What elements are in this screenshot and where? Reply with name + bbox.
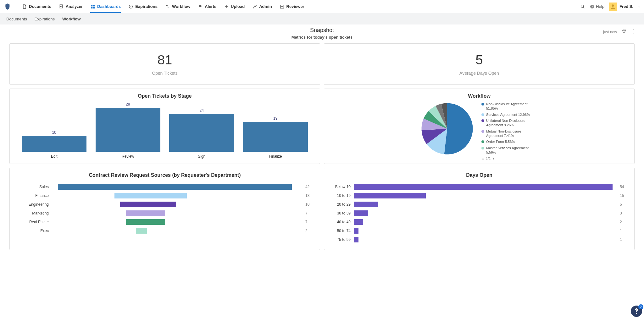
bar-label: Engineering [17, 202, 52, 207]
bar-value: 19 [273, 116, 277, 121]
chart-days-open: Days Open Below 105410 to 191520 to 2953… [324, 168, 635, 250]
bar-row: Real Estate7 [17, 218, 312, 226]
bar-label: 20 to 29 [332, 202, 354, 207]
legend-swatch [481, 113, 484, 116]
bar-value: 2 [305, 229, 312, 233]
legend-item: Mutual Non-Disclosure Agreement 7.41% [481, 129, 538, 138]
chart-title: Open Tickets by Stage [14, 93, 315, 99]
kpi-value: 81 [10, 52, 320, 68]
chart-workflow: Workflow Non-Disclosure Agreement 51.85%… [324, 89, 635, 164]
chart-open-tickets-by-stage: Open Tickets by Stage 10Edit28Review24Si… [9, 89, 320, 164]
nav-item-upload[interactable]: Upload [220, 0, 248, 13]
legend-item: Unilateral Non-Disclosure Agreement 9.26… [481, 119, 538, 127]
bar-value: 2 [620, 220, 627, 224]
svg-rect-3 [91, 5, 92, 6]
bar-value: 28 [126, 102, 130, 106]
nav-item-label: Upload [231, 4, 245, 9]
bar: 24Sign [169, 108, 234, 159]
nav-item-admin[interactable]: Admin [248, 0, 275, 13]
bar: 19Finalize [243, 116, 308, 159]
prev-icon[interactable]: ▲ [481, 157, 485, 160]
chevron-down-icon: ⌄ [638, 5, 640, 8]
bar: 28Review [96, 102, 160, 159]
app-logo[interactable] [4, 2, 13, 11]
bar-label: Exec [17, 229, 52, 233]
bar-value: 10 [305, 202, 312, 207]
refresh-icon[interactable] [621, 29, 626, 35]
bar-label: Marketing [17, 211, 52, 215]
legend-swatch [481, 147, 484, 149]
bar-row: 40 to 492 [332, 218, 627, 226]
more-icon[interactable]: ⋮ [631, 31, 636, 33]
bar-fill [126, 219, 165, 225]
legend-item: Order Form 5.56% [481, 140, 538, 144]
kpi-label: Average Days Open [324, 71, 634, 76]
bar-label: Finalize [269, 154, 282, 159]
chart-title: Days Open [329, 172, 630, 178]
dashboard-grid: 81 Open Tickets 5 Average Days Open Open… [0, 43, 644, 256]
user-menu[interactable]: Fred S. ⌄ [609, 3, 640, 11]
bar-fill [354, 219, 363, 225]
bar: 10Edit [22, 130, 86, 159]
subnav-item-expirations[interactable]: Expirations [35, 17, 55, 21]
legend-label: Mutual Non-Disclosure Agreement 7.41% [486, 129, 538, 138]
help-link[interactable]: ? Help [590, 4, 604, 9]
bar-fill [354, 237, 358, 242]
nav-item-analyzer[interactable]: Analyzer [55, 0, 86, 13]
bar-value: 24 [200, 108, 204, 113]
bar-fill [22, 136, 86, 152]
bar-fill [96, 108, 160, 152]
legend-swatch [481, 103, 484, 106]
subnav-item-documents[interactable]: Documents [6, 17, 27, 21]
bar-fill [114, 193, 187, 198]
chart-title: Contract Review Request Sources (by Requ… [14, 172, 315, 178]
nav-item-label: Alerts [205, 4, 216, 9]
legend-pager[interactable]: ▲1/2▼ [481, 157, 538, 160]
bar-label: 30 to 39 [332, 211, 354, 215]
legend-item: Non-Disclosure Agreement 51.85% [481, 102, 538, 111]
svg-point-8 [166, 5, 167, 6]
search-icon[interactable] [580, 4, 585, 9]
legend-item: Services Agreement 12.96% [481, 113, 538, 117]
nav-item-label: Admin [259, 4, 272, 9]
nav-item-expirations[interactable]: Expirations [125, 0, 161, 13]
bar-value: 7 [305, 220, 312, 224]
nav-item-dashboards[interactable]: Dashboards [86, 0, 125, 13]
bar-row: 50 to 741 [332, 227, 627, 235]
bar-fill [126, 210, 165, 216]
nav-item-label: Reviewer [286, 4, 304, 9]
bar-label: Sign [198, 154, 205, 159]
bar-value: 13 [305, 193, 312, 198]
kpi-value: 5 [324, 52, 634, 68]
bar-value: 10 [52, 130, 56, 135]
legend-item: Master Services Agreement 5.56% [481, 146, 538, 155]
bar-fill [354, 210, 368, 216]
svg-point-11 [581, 5, 584, 7]
nav-item-label: Documents [29, 4, 51, 9]
nav-item-reviewer[interactable]: Reviewer [276, 0, 308, 13]
bar-fill [354, 193, 426, 198]
bar-label: Review [122, 154, 134, 159]
svg-rect-4 [93, 5, 95, 6]
bar-value: 5 [620, 202, 627, 207]
kpi-label: Open Tickets [10, 71, 320, 76]
bar-fill [169, 114, 234, 152]
bar-value: 42 [305, 185, 312, 189]
nav-item-documents[interactable]: Documents [18, 0, 55, 13]
bar-row: 20 to 295 [332, 201, 627, 208]
bar-fill [120, 202, 176, 207]
svg-rect-6 [93, 7, 95, 8]
page-header: Snapshot Metrics for today's open ticket… [0, 24, 644, 43]
subnav-item-workflow[interactable]: Workflow [62, 17, 80, 21]
nav-item-workflow[interactable]: Workflow [161, 0, 194, 13]
bar-row: 30 to 393 [332, 209, 627, 217]
nav-item-alerts[interactable]: Alerts [194, 0, 220, 13]
next-icon[interactable]: ▼ [492, 157, 495, 160]
bar-value: 54 [620, 185, 627, 189]
nav-item-label: Analyzer [66, 4, 83, 9]
help-label: Help [596, 4, 604, 9]
top-nav: DocumentsAnalyzerDashboardsExpirationsWo… [0, 0, 644, 13]
pager-text: 1/2 [486, 157, 491, 160]
svg-line-2 [61, 7, 62, 7]
bar-label: Sales [17, 185, 52, 189]
